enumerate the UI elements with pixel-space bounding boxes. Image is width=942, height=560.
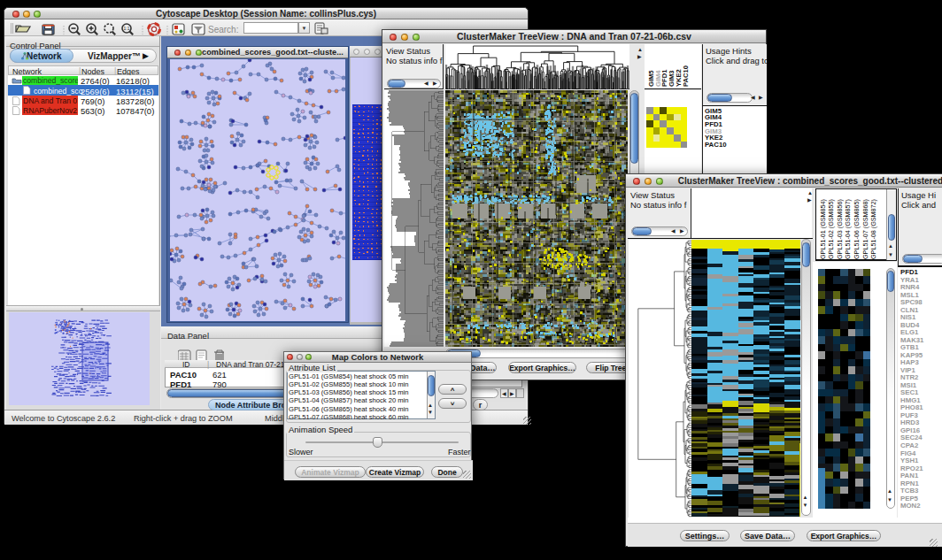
svg-text:1:1: 1:1: [124, 26, 130, 31]
